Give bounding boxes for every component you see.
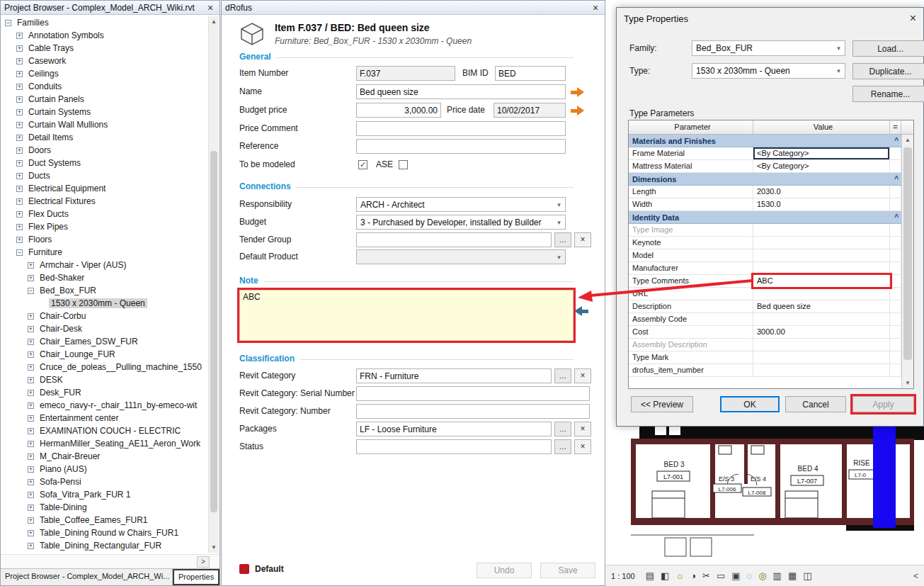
tree-item[interactable]: +HermanMiller_Seating_AE11_Aeron_Work (2, 437, 207, 450)
expand-icon[interactable]: + (28, 313, 34, 320)
expand-icon[interactable]: + (28, 377, 34, 383)
tree-item-label[interactable]: Furniture (26, 247, 64, 257)
tree-item[interactable]: +emeco_navy-r-_chair_111n_by-emeco-wit (2, 399, 207, 412)
parameter-group-header[interactable]: Dimensions^ (629, 173, 901, 186)
tree-item-label[interactable]: Desk_FUR (38, 388, 84, 398)
tree-item-label[interactable]: Curtain Panels (26, 94, 86, 104)
crop-view-icon[interactable]: ✂ (702, 570, 710, 581)
expand-icon[interactable]: + (28, 466, 34, 473)
tender-group-input[interactable] (356, 232, 552, 247)
tree-item[interactable]: +Table_Dining_Rectangular_FUR (2, 539, 207, 552)
expand-icon[interactable]: + (28, 402, 34, 409)
budget-select[interactable]: 3 - Purchased by Developer, installed by… (356, 215, 566, 230)
dialog-titlebar[interactable]: Type Properties × (617, 8, 923, 29)
tree-item-label[interactable]: Piano (AUS) (38, 464, 89, 474)
expand-icon[interactable]: + (16, 71, 23, 77)
expand-icon[interactable]: + (28, 517, 34, 524)
tree-item-label[interactable]: Floors (26, 235, 54, 244)
temporary-hide-icon[interactable]: ◌ (747, 570, 753, 581)
detail-level-icon[interactable]: ▤ (646, 570, 654, 581)
sync-from-revit-icon[interactable] (574, 306, 588, 316)
expand-icon[interactable]: + (28, 428, 34, 434)
rename-button[interactable]: Rename... (852, 86, 924, 102)
tree-item[interactable]: +Bed-Shaker (2, 271, 207, 284)
sync-to-revit-icon[interactable] (571, 106, 584, 115)
tree-item-label[interactable]: Flex Pipes (26, 222, 70, 232)
expand-icon[interactable]: + (28, 505, 34, 511)
tree-item[interactable]: +Annotation Symbols (2, 29, 207, 42)
group-collapse-icon[interactable]: ^ (894, 137, 899, 145)
parameter-value[interactable]: <By Category> (753, 160, 890, 172)
tab-project-browser[interactable]: Project Browser - Complex_Model_ARCH_Wi.… (1, 569, 173, 585)
tree-item-label[interactable]: Entertainment center (38, 413, 120, 423)
view-scale[interactable]: 1 : 100 (611, 572, 635, 580)
expand-icon[interactable]: + (16, 45, 23, 52)
tree-item-label[interactable]: Curtain Wall Mullions (26, 120, 110, 130)
browse-button[interactable]: … (554, 368, 571, 383)
tree-item[interactable]: +Chair_Eames_DSW_FUR (2, 335, 207, 348)
expand-icon[interactable]: + (28, 364, 34, 371)
budget-price-input[interactable] (356, 103, 441, 118)
scroll-right-icon[interactable]: > (197, 556, 210, 568)
lock-view-icon[interactable]: ▣ (731, 570, 740, 581)
tree-item[interactable]: +Ceilings (2, 67, 207, 80)
tree-item-label[interactable]: Sofa_Vitra_Park_FUR 1 (38, 490, 133, 500)
close-icon[interactable]: × (205, 2, 216, 13)
expand-icon[interactable]: + (28, 390, 34, 396)
tree-item-label[interactable]: Table-Dining (38, 502, 89, 512)
tree-item[interactable]: +DESK (2, 373, 207, 386)
cancel-button[interactable]: Cancel (785, 396, 846, 412)
group-collapse-icon[interactable]: ^ (894, 175, 899, 183)
selected-element[interactable] (873, 423, 896, 528)
tree-item[interactable]: +M_Chair-Breuer (2, 450, 207, 463)
expand-icon[interactable]: + (16, 122, 23, 128)
tree-item-label[interactable]: HermanMiller_Seating_AE11_Aeron_Work (38, 439, 203, 449)
note-textarea[interactable]: ABC (239, 290, 574, 341)
expand-icon[interactable]: + (16, 33, 23, 39)
visual-style-icon[interactable]: ◧ (661, 570, 669, 581)
temporary-view-icon[interactable]: ▥ (773, 570, 782, 581)
expand-icon[interactable]: + (28, 262, 34, 269)
expand-icon[interactable]: + (16, 96, 23, 103)
tree-item-label[interactable]: M_Chair-Breuer (38, 451, 102, 461)
close-icon[interactable]: × (590, 2, 601, 13)
drofus-titlebar[interactable]: dRofus × (222, 1, 605, 15)
expand-icon[interactable]: + (16, 84, 23, 90)
clear-icon[interactable]: × (574, 232, 591, 247)
close-icon[interactable]: × (910, 13, 916, 23)
tree-item-label[interactable]: Table_Dining_Rectangular_FUR (38, 541, 164, 551)
tree-item[interactable]: +Flex Pipes (2, 220, 207, 233)
tree-item-label[interactable]: Ceilings (26, 69, 61, 79)
scroll-down-icon[interactable]: ▼ (902, 378, 913, 388)
tree-item-label[interactable]: Doors (26, 145, 53, 155)
expand-icon[interactable]: + (16, 147, 23, 154)
tree-item-label[interactable]: emeco_navy-r-_chair_111n_by-emeco-wit (38, 400, 199, 410)
parameter-group-header[interactable]: Materials and Finishes^ (629, 135, 901, 147)
tree-item[interactable]: +Electrical Fixtures (2, 195, 207, 208)
tree-item[interactable]: +Table-Dining (2, 501, 207, 514)
scrollbar-thumb[interactable] (210, 151, 217, 512)
apply-button[interactable]: Apply (852, 396, 914, 412)
sun-path-icon[interactable]: ☼ (675, 570, 684, 581)
parameter-value[interactable] (753, 339, 890, 351)
tree-scrollbar[interactable]: ▲ ▼ (208, 16, 219, 553)
project-browser-titlebar[interactable]: Project Browser - Complex_Model_ARCH_Wik… (1, 1, 219, 15)
profile-name[interactable]: Default (255, 564, 284, 574)
expand-icon[interactable]: + (28, 415, 34, 422)
tree-item[interactable]: +Cruce_de_poleas__Pulling_machine_1550 (2, 361, 207, 373)
browse-button[interactable]: … (554, 422, 571, 436)
expand-icon[interactable]: + (16, 237, 23, 243)
scroll-up-icon[interactable]: ▲ (902, 135, 913, 145)
price-date-input[interactable] (494, 103, 566, 118)
ase-checkbox[interactable] (399, 160, 408, 169)
type-select[interactable]: 1530 x 2030mm - Queen ▾ (692, 63, 845, 79)
tree-item[interactable]: +Table_Dining Round w Chairs_FUR1 (2, 526, 207, 539)
tree-item[interactable]: +Casework (2, 55, 207, 67)
tree-item-label[interactable]: Table_Coffee_Eames_FUR1 (38, 515, 150, 525)
expand-icon[interactable]: + (16, 198, 23, 205)
parameter-value[interactable] (753, 288, 890, 300)
tree-item-label[interactable]: Chair-Corbu (38, 311, 88, 321)
packages-input[interactable] (356, 422, 552, 436)
category-number-input[interactable] (356, 404, 590, 419)
expand-icon[interactable]: + (16, 160, 23, 167)
